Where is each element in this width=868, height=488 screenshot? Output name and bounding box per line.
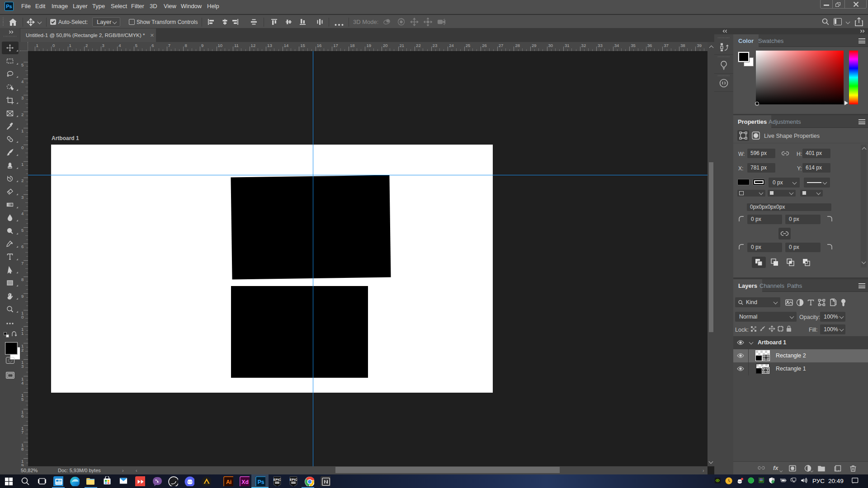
svg-text:EPIC: EPIC	[274, 478, 281, 482]
svg-text:Ai: Ai	[226, 479, 231, 485]
svg-text:EPIC: EPIC	[290, 478, 297, 482]
svg-text:Ps: Ps	[258, 479, 264, 485]
svg-text:Xd: Xd	[241, 479, 248, 485]
